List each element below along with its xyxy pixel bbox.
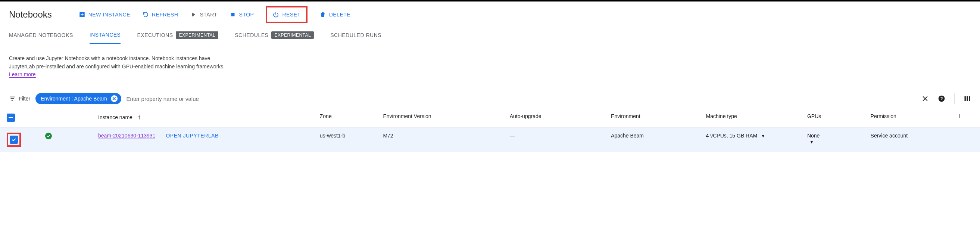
filter-toggle[interactable]: Filter	[9, 95, 30, 102]
toolbar: Notebooks NEW INSTANCE REFRESH START STO…	[0, 2, 980, 26]
cell-permission: Service account	[871, 133, 908, 139]
sort-asc-icon[interactable]: ↑	[138, 113, 141, 121]
filter-label-text: Filter	[19, 96, 30, 102]
table-header-row: Instance name ↑ Zone Environment Version…	[0, 108, 980, 127]
tab-label: EXECUTIONS	[137, 32, 173, 38]
tab-label: SCHEDULED RUNS	[330, 32, 382, 38]
table-row[interactable]: beam-20210630-113931 OPEN JUPYTERLAB us-…	[0, 127, 980, 152]
reset-label: RESET	[282, 11, 301, 18]
svg-rect-3	[10, 97, 15, 98]
select-all-checkbox[interactable]	[7, 114, 15, 122]
machine-type-dropdown-icon[interactable]: ▼	[761, 133, 765, 139]
filter-bar: Filter Environment : Apache Beam ✕ ?	[0, 89, 980, 108]
stop-label: STOP	[239, 11, 254, 18]
reset-button[interactable]: RESET	[266, 6, 307, 23]
gpus-dropdown-icon[interactable]: ▼	[810, 139, 814, 145]
new-instance-button[interactable]: NEW INSTANCE	[79, 11, 130, 18]
help-icon[interactable]: ?	[938, 95, 945, 102]
cell-gpus: None	[807, 133, 819, 139]
learn-more-link[interactable]: Learn more	[9, 71, 36, 78]
col-env-version[interactable]: Environment Version	[383, 113, 431, 119]
start-button[interactable]: START	[190, 11, 217, 18]
svg-rect-1	[231, 13, 234, 16]
intro-text: Create and use Jupyter Notebooks with a …	[0, 44, 239, 89]
filter-chip-text: Environment : Apache Beam	[41, 96, 107, 102]
col-auto-upgrade[interactable]: Auto-upgrade	[510, 113, 541, 119]
col-machine-type[interactable]: Machine type	[706, 113, 737, 119]
experimental-badge: EXPERIMENTAL	[271, 31, 314, 39]
filter-icon	[9, 95, 16, 102]
stop-button[interactable]: STOP	[229, 11, 254, 18]
refresh-icon	[142, 11, 149, 18]
stop-icon	[229, 11, 236, 18]
trash-icon	[320, 11, 326, 18]
table-toolbar-right: ?	[921, 93, 971, 104]
tab-instances[interactable]: INSTANCES	[89, 27, 121, 44]
cell-auto-upgrade: —	[510, 133, 515, 139]
col-permission[interactable]: Permission	[871, 113, 896, 119]
svg-rect-8	[965, 96, 966, 101]
clear-filters-icon[interactable]	[921, 95, 929, 102]
row-checkbox[interactable]	[10, 136, 18, 144]
cell-env-version: M72	[383, 133, 393, 139]
svg-rect-2	[321, 13, 325, 14]
new-instance-label: NEW INSTANCE	[88, 11, 130, 18]
svg-text:?: ?	[940, 96, 943, 101]
col-zone[interactable]: Zone	[320, 113, 332, 119]
svg-rect-5	[11, 100, 13, 101]
instances-table: Instance name ↑ Zone Environment Version…	[0, 108, 980, 152]
open-jupyterlab-button[interactable]: OPEN JUPYTERLAB	[166, 133, 218, 139]
status-ok-icon	[45, 133, 52, 139]
tab-label: SCHEDULES	[235, 32, 268, 38]
tab-bar: MANAGED NOTEBOOKS INSTANCES EXECUTIONS E…	[0, 26, 980, 44]
play-icon	[190, 11, 197, 18]
col-environment[interactable]: Environment	[611, 113, 640, 119]
instance-name-link[interactable]: beam-20210630-113931	[98, 133, 155, 139]
svg-rect-10	[969, 96, 970, 101]
column-display-icon[interactable]	[964, 95, 971, 102]
power-reset-icon	[272, 11, 279, 18]
row-checkbox-highlight	[7, 133, 21, 147]
chip-remove-icon[interactable]: ✕	[111, 95, 118, 102]
refresh-label: REFRESH	[152, 11, 178, 18]
add-box-icon	[79, 11, 86, 18]
tab-managed-notebooks[interactable]: MANAGED NOTEBOOKS	[9, 26, 73, 44]
page-title: Notebooks	[9, 10, 52, 20]
tab-schedules[interactable]: SCHEDULES EXPERIMENTAL	[235, 26, 314, 44]
filter-chip-environment[interactable]: Environment : Apache Beam ✕	[35, 93, 121, 104]
svg-rect-4	[11, 98, 14, 99]
cell-machine-type: 4 vCPUs, 15 GB RAM	[706, 133, 757, 139]
tab-scheduled-runs[interactable]: SCHEDULED RUNS	[330, 26, 382, 44]
tab-label: MANAGED NOTEBOOKS	[9, 32, 73, 38]
intro-body: Create and use Jupyter Notebooks with a …	[9, 55, 225, 69]
refresh-button[interactable]: REFRESH	[142, 11, 178, 18]
experimental-badge: EXPERIMENTAL	[176, 31, 218, 39]
tab-label: INSTANCES	[89, 32, 121, 38]
svg-rect-9	[967, 96, 968, 101]
col-last-truncated[interactable]: L	[959, 113, 962, 119]
filter-input[interactable]	[127, 96, 519, 102]
cell-zone: us-west1-b	[320, 133, 345, 139]
cell-environment: Apache Beam	[611, 133, 644, 139]
delete-button[interactable]: DELETE	[320, 11, 350, 18]
col-instance-name[interactable]: Instance name	[98, 114, 132, 120]
delete-label: DELETE	[329, 11, 350, 18]
tab-executions[interactable]: EXECUTIONS EXPERIMENTAL	[137, 26, 218, 44]
col-gpus[interactable]: GPUs	[807, 113, 821, 119]
start-label: START	[200, 11, 217, 18]
